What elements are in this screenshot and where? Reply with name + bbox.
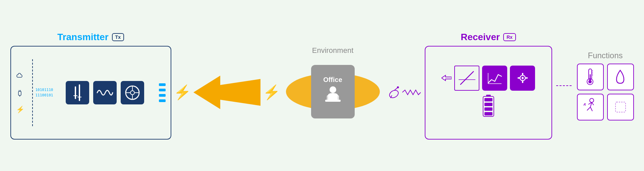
svg-rect-37 <box>484 98 492 101</box>
svg-rect-55 <box>616 102 626 112</box>
functions-boxes <box>577 64 634 120</box>
functions-section: Functions <box>577 51 634 120</box>
svg-rect-31 <box>522 73 523 75</box>
receiver-input-area <box>387 85 421 100</box>
svg-line-53 <box>592 102 594 105</box>
svg-rect-0 <box>18 91 21 95</box>
transmitter-box: ⚡ 10101110 11100101 <box>10 46 171 140</box>
diagonal-module <box>454 66 479 91</box>
plug-icon <box>16 87 26 99</box>
extra-function <box>607 94 634 120</box>
svg-rect-39 <box>484 107 492 111</box>
svg-line-51 <box>587 107 590 110</box>
svg-line-23 <box>460 71 474 85</box>
zigzag-wire <box>402 89 421 96</box>
svg-point-9 <box>130 91 134 95</box>
svg-rect-33 <box>518 77 520 79</box>
receiver-layout <box>430 66 546 120</box>
functions-label: Functions <box>588 51 623 60</box>
svg-rect-40 <box>484 112 492 115</box>
port-3 <box>159 94 166 97</box>
office-box: Office <box>311 65 355 118</box>
svg-rect-44 <box>590 74 591 80</box>
lightning-bolt-left: ⚡ <box>16 105 26 113</box>
tx-badge: Tx <box>112 33 124 41</box>
motion-function <box>577 94 604 120</box>
receiver-section: Receiver Rx <box>425 32 552 140</box>
svg-rect-38 <box>484 103 492 106</box>
svg-point-20 <box>397 86 399 88</box>
dashed-connector <box>556 84 573 87</box>
transmitter-label: Transmitter Tx <box>57 32 124 42</box>
svg-marker-22 <box>442 75 452 81</box>
port-2 <box>159 89 166 91</box>
receiver-top-row <box>442 66 535 91</box>
main-diagram: Transmitter Tx ⚡ <box>10 9 634 163</box>
lightning-left: ⚡ <box>174 84 191 100</box>
gear-module <box>510 66 535 91</box>
svg-point-15 <box>330 86 336 93</box>
transmitter-modules <box>55 81 155 104</box>
receiver-title: Receiver <box>461 32 500 42</box>
office-person-icon <box>321 86 345 107</box>
svg-line-52 <box>590 107 592 111</box>
receiver-bottom-row <box>482 95 495 120</box>
rx-badge: Rx <box>503 33 516 41</box>
environment-label: Environment <box>312 46 354 55</box>
svg-point-45 <box>588 80 592 83</box>
port-4 <box>159 99 166 102</box>
big-arrow-svg <box>193 72 260 112</box>
battery-icon <box>482 95 495 120</box>
control-module <box>121 81 144 104</box>
port-1 <box>159 83 166 86</box>
transmitter-section: Transmitter Tx ⚡ <box>10 32 171 140</box>
thermometer-function <box>577 64 604 90</box>
receiver-label: Receiver Rx <box>461 32 516 42</box>
svg-rect-32 <box>522 81 523 83</box>
office-label: Office <box>323 76 342 84</box>
waveform-module <box>93 81 117 104</box>
svg-marker-14 <box>193 76 260 109</box>
environment-section: Environment Office <box>283 46 383 125</box>
environment-wrapper: Office <box>283 58 383 125</box>
receiver-box <box>425 46 552 140</box>
binary-display: 10101110 11100101 <box>36 87 53 98</box>
signal-module <box>66 81 89 104</box>
cloud-icon <box>16 72 26 81</box>
chart-module <box>482 66 507 91</box>
transmitter-left-icons: ⚡ <box>16 72 26 113</box>
transmitter-title: Transmitter <box>57 32 109 42</box>
receiver-functions-connector <box>556 84 573 87</box>
antenna-icon <box>387 85 402 100</box>
svg-rect-34 <box>526 77 528 79</box>
output-ports <box>159 83 166 102</box>
lightning-right: ⚡ <box>263 84 280 100</box>
input-arrow-icon <box>442 75 452 81</box>
svg-point-49 <box>590 98 594 102</box>
water-drop-function <box>607 64 634 90</box>
receiver-content <box>430 50 546 136</box>
vertical-divider <box>32 59 33 126</box>
big-arrow-container <box>193 72 260 112</box>
